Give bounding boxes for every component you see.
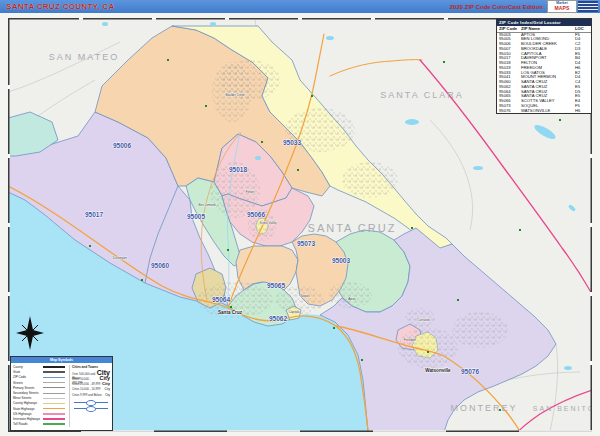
zip-label-95062: 95062 xyxy=(269,315,287,322)
city-label-santa-cruz: Santa Cruz xyxy=(218,310,243,315)
zip-index-title: ZIP Code Index/Grid Locator xyxy=(497,19,591,26)
county-hwy-sample xyxy=(43,403,65,404)
minor-streets-sample xyxy=(43,398,65,399)
town-label-soquel: Soquel xyxy=(300,294,310,298)
zip-label-95033: 95033 xyxy=(283,139,301,146)
town-label-scotts-valley: Scotts Valley xyxy=(259,221,277,225)
zip-label-95064: 95064 xyxy=(212,296,230,303)
city-label-watsonville: Watsonville xyxy=(425,368,451,373)
city-size-label: Cities 10,000 - 24,999 xyxy=(72,387,100,391)
logo-side-badge xyxy=(578,1,598,12)
zip-label-95003: 95003 xyxy=(332,257,350,264)
zip-label-95017: 95017 xyxy=(85,211,103,218)
legend-label: Secondary Streets xyxy=(13,391,43,395)
map-legend-box: Map Symbols County State ZIP Code Street… xyxy=(10,356,113,431)
state-hwy-sample xyxy=(43,408,65,410)
town-label-corralitos: Corralitos xyxy=(418,318,431,322)
city-size-sample: City xyxy=(105,393,110,397)
county-label-monterey: MONTEREY xyxy=(450,403,517,413)
town-label-felton: Felton xyxy=(246,190,255,194)
county-label-san-mateo: SAN MATEO xyxy=(49,52,119,62)
logo-word-bottom: MAPS xyxy=(554,6,569,11)
county-line-sample xyxy=(43,366,65,368)
col-zip-code: ZIP Code xyxy=(499,26,521,32)
city-size-sample: City xyxy=(105,387,111,391)
zip-label-95076: 95076 xyxy=(461,368,479,375)
edition-label: 2020 ZIP Code ColorCast Edition xyxy=(450,4,543,10)
legend-city-sizes: Cities and Towns Over 500,000 and AboveC… xyxy=(69,365,110,427)
legend-label: County xyxy=(13,365,43,369)
highway-shield-symbol xyxy=(72,400,110,405)
zip-label-95005: 95005 xyxy=(187,213,205,220)
title-bar: SANTA CRUZ COUNTY, CA 2020 ZIP Code Colo… xyxy=(0,0,600,13)
legend-item: Toll Roads xyxy=(13,422,69,427)
town-label-davenport: Davenport xyxy=(113,256,127,260)
zip-index-row: 95076WATSONVILLEH6 xyxy=(497,109,591,114)
town-label-capitola: Capitola xyxy=(288,310,299,314)
town-label-boulder-creek: Boulder Creek xyxy=(225,93,245,97)
county-label-santa-clara: SANTA CLARA xyxy=(380,90,463,100)
town-label-aptos: Aptos xyxy=(348,297,356,301)
toll-roads-sample xyxy=(43,423,65,425)
us-hwy-sample xyxy=(43,413,65,415)
publisher-logo: Market MAPS xyxy=(547,0,577,13)
county-label-santa-cruz: SANTA CRUZ xyxy=(308,222,397,234)
city-size-sample: City xyxy=(100,375,110,381)
cell: H6 xyxy=(575,109,589,114)
cell: 95076 xyxy=(499,109,521,114)
map-title: SANTA CRUZ COUNTY, CA xyxy=(6,2,115,11)
zip-label-95006: 95006 xyxy=(113,142,131,149)
state-line-sample xyxy=(43,371,65,373)
streets-sample xyxy=(43,382,65,383)
legend-label: ZIP Code xyxy=(13,375,43,379)
legend-label: Streets xyxy=(13,381,43,385)
legend-label: US Highways xyxy=(13,412,43,416)
highway-shield-symbol xyxy=(72,406,110,411)
zip-label-95073: 95073 xyxy=(297,240,315,247)
zip-label-95018: 95018 xyxy=(229,166,247,173)
city-size-label: Cities 25,000 - 49,999 xyxy=(72,382,100,386)
town-label-ben-lomond: Ben Lomond xyxy=(198,203,215,207)
legend-label: Interstate Highways xyxy=(13,417,43,421)
legend-label: Toll Roads xyxy=(13,422,43,426)
legend-line-samples: County State ZIP Code Streets Primary St… xyxy=(13,365,69,427)
col-zip-name: ZIP Name xyxy=(521,26,575,32)
primary-streets-sample xyxy=(43,387,65,388)
zip-line-sample xyxy=(43,377,65,378)
cell: WATSONVILLE xyxy=(521,109,575,114)
secondary-streets-sample xyxy=(43,393,65,394)
legend-label: State Highways xyxy=(13,407,43,411)
map-page: { "title_bar": { "left": "SANTA CRUZ COU… xyxy=(0,0,600,436)
city-size-label: Cities 9,999 and Below xyxy=(72,393,102,397)
legend-label: Minor Streets xyxy=(13,396,43,400)
county-label-san-benito: SAN BENITO xyxy=(533,405,592,412)
col-loc: LOC xyxy=(575,26,589,32)
city-size-row: Cities 9,999 and BelowCity xyxy=(72,393,110,399)
zip-label-95066: 95066 xyxy=(247,211,265,218)
legend-label: County Highways xyxy=(13,401,43,405)
town-label-freedom: Freedom xyxy=(404,338,417,342)
legend-label: Primary Streets xyxy=(13,386,43,390)
legend-label: State xyxy=(13,370,43,374)
interstate-sample xyxy=(43,418,65,420)
zip-label-95065: 95065 xyxy=(267,282,285,289)
legend-body: County State ZIP Code Streets Primary St… xyxy=(11,363,112,428)
zip-index-table: ZIP Code Index/Grid Locator ZIP Code ZIP… xyxy=(496,18,592,114)
zip-label-95060: 95060 xyxy=(151,262,169,269)
city-size-sample: City xyxy=(102,381,110,386)
